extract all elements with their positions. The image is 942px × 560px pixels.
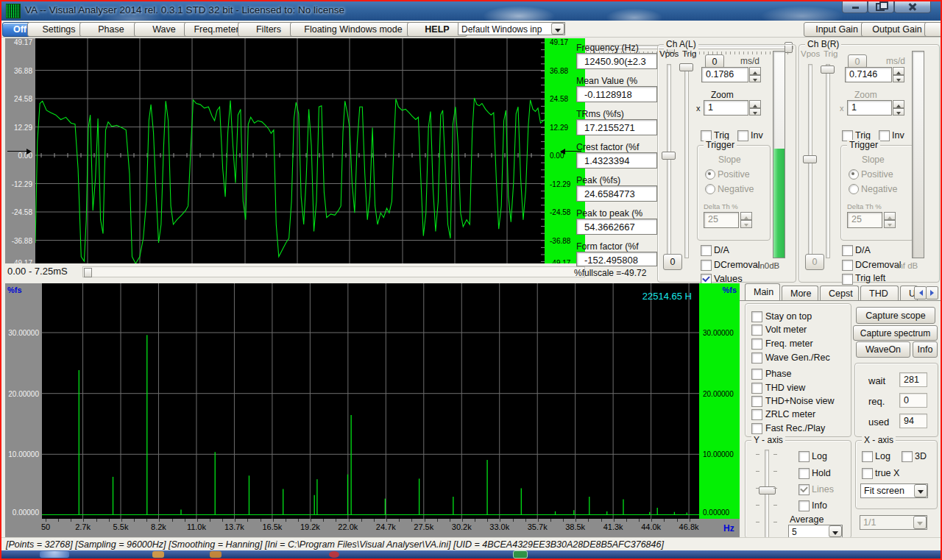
channel-a-dcremoval-checkbox[interactable] (701, 260, 712, 271)
combo-dropdown-icon[interactable] (551, 23, 564, 35)
taskbar-icon[interactable] (152, 551, 164, 558)
scope-plot[interactable] (35, 38, 545, 263)
checkbox-fast-rec-play[interactable] (751, 423, 762, 434)
info-button[interactable]: Info (913, 341, 938, 358)
channel-a-trig-slider[interactable] (684, 64, 689, 258)
taskbar-icon-va[interactable] (513, 550, 528, 559)
channel-a-zero-bottom-button[interactable]: 0 (663, 254, 682, 270)
channel-b-inv-checkbox[interactable] (879, 130, 890, 141)
spectrum-x-tick (550, 519, 551, 522)
average-dropdown-icon[interactable] (829, 525, 842, 537)
capture-scope-button[interactable]: Capture scope (856, 307, 935, 324)
maximize-button[interactable] (868, 0, 894, 13)
spectrum-x-tick (197, 519, 198, 522)
channel-b-delta-label: Delta Th % (847, 202, 882, 210)
checkbox-wave-gen-rec[interactable] (751, 352, 762, 364)
floating-windows-button[interactable]: Floating Windows mode (290, 22, 417, 37)
main-options-group: Stay on topVolt meterFreq. meterWave Gen… (745, 303, 851, 437)
channel-b-zoom-input[interactable]: 1 (847, 100, 892, 116)
scope-time-scrollbar[interactable] (82, 266, 585, 277)
fit-screen-dropdown-icon[interactable] (914, 484, 927, 497)
checkbox-stay-on-top[interactable] (751, 311, 762, 322)
start-orb[interactable] (40, 551, 69, 558)
spectrum-x-tick (411, 519, 412, 522)
channel-b-negative-radio (849, 184, 859, 194)
spectrum-x-tick (614, 519, 615, 522)
taskbar-icon[interactable] (210, 551, 222, 558)
output-gain-button[interactable]: Output Gain (861, 22, 933, 37)
channel-b-msd-spinner[interactable] (893, 67, 904, 82)
tab-cepst[interactable]: Cepst (820, 286, 859, 300)
taskbar-icon[interactable] (329, 551, 339, 558)
spectrum-x-tick (525, 519, 526, 522)
x-truex-checkbox[interactable] (862, 468, 873, 479)
minimize-button[interactable] (842, 0, 868, 13)
checkbox-zrlc-meter[interactable] (751, 409, 762, 420)
channel-a-inv-checkbox-label: Inv (751, 130, 763, 141)
channel-b-trig-slider[interactable] (826, 64, 830, 258)
y-hold-checkbox[interactable] (798, 468, 810, 479)
checkbox-thd-noise-view[interactable] (751, 396, 762, 407)
checkbox-freq-meter[interactable] (751, 339, 762, 350)
x-log-checkbox[interactable] (862, 451, 873, 462)
tab-scroll-right-button[interactable] (926, 286, 938, 300)
channel-a-zoom-spinner[interactable] (749, 100, 761, 116)
channel-a-inv-checkbox[interactable] (737, 130, 748, 141)
x-axis-group: X - axis Log 3D true X Fit screen (855, 440, 938, 509)
y-log-checkbox[interactable] (798, 451, 810, 462)
spectrum-x-tick (690, 519, 690, 522)
channel-b-da-checkbox[interactable] (842, 245, 853, 256)
scope-time-range: 0.00 - 7.25mS (7, 266, 68, 277)
spectrum-x-tick (538, 519, 539, 522)
channel-b-trig-slider-thumb[interactable] (821, 65, 835, 74)
spectrum-plot[interactable]: 22514.65 H (42, 283, 699, 519)
channel-a-zoom-input[interactable]: 1 (704, 100, 748, 116)
y-hold-label: Hold (812, 468, 831, 478)
channel-b-vpos-slider-thumb[interactable] (803, 155, 817, 163)
channel-a-da-checkbox[interactable] (701, 245, 712, 256)
channel-a-msd-input[interactable]: 0.1786 (701, 67, 748, 82)
y-info-checkbox[interactable] (798, 500, 810, 511)
tab-more[interactable]: More (782, 286, 818, 300)
channel-b-dcremoval-checkbox[interactable] (842, 260, 853, 271)
ratio-select: 1/1 (860, 515, 927, 530)
tab-thd[interactable]: THD (860, 286, 899, 300)
capture-spectrum-button[interactable]: Capture spectrum (853, 325, 938, 341)
channel-a-vpos-slider-thumb[interactable] (662, 152, 676, 160)
channel-a-trig-slider-thumb[interactable] (679, 63, 693, 71)
channel-a-vpos-slider[interactable] (667, 64, 671, 258)
spectrum-x-tick (437, 519, 438, 522)
wave-on-button[interactable]: WaveOn (856, 341, 910, 358)
close-button[interactable] (894, 0, 931, 13)
channel-b-zoom-spinner[interactable] (893, 100, 904, 116)
spectrum-x-tick (399, 519, 400, 522)
checkbox-volt-meter[interactable] (751, 325, 762, 336)
input-gain-button[interactable]: Input Gain (804, 22, 870, 37)
spectrum-y-tick-label: 0.00000 (703, 508, 729, 517)
spectrum-x-tick (222, 519, 223, 522)
tab-main[interactable]: Main (745, 283, 780, 300)
checkbox-thd-view[interactable] (751, 383, 762, 394)
spectrum-x-tick-label: 35.7k (528, 522, 548, 531)
measurement-value: 1.4323394 (576, 152, 657, 169)
channel-b-group: Ch B(R) Vpos Trig 0 ms/d 0.7146 Zoom x 1… (798, 44, 940, 283)
channel-b-vpos-label: Vpos (801, 49, 820, 58)
average-select[interactable]: 5 (788, 525, 843, 538)
tab-scroll-left-button[interactable] (914, 286, 927, 300)
channel-b-inv-checkbox-label: Inv (892, 130, 904, 141)
checkbox-label: THD+Noise view (765, 396, 834, 406)
counter-label-req: req. (868, 396, 885, 407)
channel-a-slope-label: Slope (718, 155, 741, 165)
scope-time-scrollbar-thumb[interactable] (84, 268, 92, 277)
slider-tick (756, 471, 759, 472)
spectrum-x-tick (475, 519, 475, 522)
channel-a-msd-spinner[interactable] (749, 67, 761, 82)
x-3d-checkbox[interactable] (902, 451, 913, 462)
slider-tick (756, 488, 759, 489)
channel-b-msd-input[interactable]: 0.7146 (845, 67, 892, 82)
input-device-select[interactable]: Default Windows inp (458, 22, 565, 35)
checkbox-label: THD view (765, 383, 805, 393)
fit-screen-select[interactable]: Fit screen (860, 483, 928, 498)
partial-toolbar-button[interactable] (924, 22, 942, 37)
checkbox-phase[interactable] (751, 369, 762, 380)
